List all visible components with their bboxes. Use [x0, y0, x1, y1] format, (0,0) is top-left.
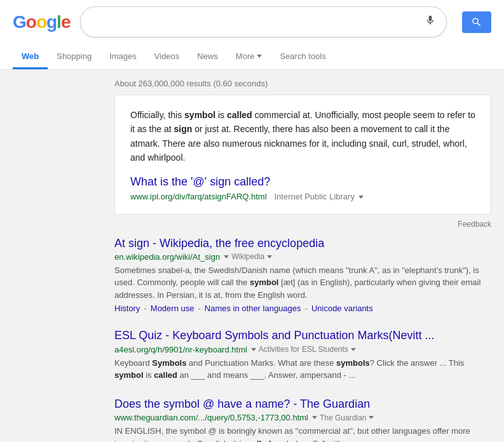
snippet-url: www.ipl.org/div/farq/atsignFARQ.html	[130, 192, 267, 201]
result-title-link[interactable]: At sign - Wikipedia, the free encycloped…	[114, 236, 491, 251]
search-input[interactable]: what is the ~ symbol called?	[88, 17, 422, 28]
tab-news[interactable]: News	[188, 45, 227, 69]
result-url: www.theguardian.com/.../query/0,5753,-17…	[114, 413, 308, 422]
snippet-title-link[interactable]: What is the '@' sign called?	[130, 175, 475, 189]
logo-letter-o2: o	[36, 12, 46, 32]
snippet-body: Officially, this symbol is called commer…	[130, 108, 475, 165]
results-area: About 263,000,000 results (0.60 seconds)…	[0, 70, 504, 442]
search-icon	[471, 17, 482, 28]
sitelink-unicode[interactable]: Unicode variants	[311, 304, 373, 313]
result-title-link[interactable]: ESL Quiz - Keyboard Symbols and Punctuat…	[114, 328, 491, 343]
header-top: Google what is the ~ symbol called?	[13, 6, 491, 37]
snippet-source-text: Internet Public Library	[274, 192, 354, 201]
result-url-line: en.wikipedia.org/wiki/At_sign Wikipedia	[114, 252, 491, 262]
nav-tabs: Web Shopping Images Videos News More Sea…	[13, 45, 491, 69]
sitelink-modern-use[interactable]: Modern use	[151, 304, 194, 313]
result-item: Does the symbol @ have a name? - The Gua…	[114, 397, 491, 442]
result-url: a4esl.org/q/h/9901/nr-keyboard.html	[114, 345, 247, 354]
chevron-down-icon[interactable]	[224, 255, 229, 258]
chevron-down-icon[interactable]	[312, 416, 317, 419]
header: Google what is the ~ symbol called? Web …	[0, 0, 504, 70]
result-item: At sign - Wikipedia, the free encycloped…	[114, 236, 491, 314]
tab-search-tools[interactable]: Search tools	[271, 45, 334, 69]
result-description: Keyboard Symbols and Punctuation Marks. …	[114, 357, 491, 382]
result-item: ESL Quiz - Keyboard Symbols and Punctuat…	[114, 328, 491, 381]
logo-letter-l: l	[57, 12, 61, 32]
result-description: Sometimes snabel-a, the Swedish/Danish n…	[114, 264, 491, 302]
tab-more[interactable]: More	[227, 45, 271, 69]
link-separator: -	[198, 304, 200, 313]
source-badge-label: Wikipedia	[231, 252, 264, 261]
source-badge-label: The Guardian	[320, 413, 366, 422]
snippet-url-line: www.ipl.org/div/farq/atsignFARQ.html Int…	[130, 191, 475, 201]
chevron-down-icon	[358, 196, 364, 199]
featured-snippet: Officially, this symbol is called commer…	[114, 95, 491, 215]
result-source-badge: Wikipedia	[231, 252, 272, 261]
result-url-line: a4esl.org/q/h/9901/nr-keyboard.html Acti…	[114, 345, 491, 354]
result-source-badge: The Guardian	[320, 413, 374, 422]
tab-images[interactable]: Images	[100, 45, 146, 69]
chevron-down-icon	[267, 255, 272, 258]
logo-letter-g: G	[13, 12, 26, 32]
chevron-down-icon	[351, 348, 356, 351]
tab-web[interactable]: Web	[13, 45, 48, 69]
search-bar: what is the ~ symbol called?	[80, 6, 447, 37]
feedback-link[interactable]: Feedback	[114, 220, 491, 229]
result-title-link[interactable]: Does the symbol @ have a name? - The Gua…	[114, 397, 491, 412]
results-count: About 263,000,000 results (0.60 seconds)	[13, 70, 491, 95]
chevron-down-icon	[369, 416, 374, 419]
logo-letter-o1: o	[26, 12, 36, 32]
chevron-down-icon[interactable]	[251, 348, 256, 351]
search-button[interactable]	[462, 11, 491, 33]
result-url: en.wikipedia.org/wiki/At_sign	[114, 252, 220, 262]
mic-icon	[425, 13, 436, 27]
snippet-source: Internet Public Library	[274, 192, 363, 201]
tab-videos[interactable]: Videos	[146, 45, 189, 69]
sitelink-history[interactable]: History	[114, 304, 140, 313]
source-badge-label: Activities for ESL Students	[259, 345, 348, 354]
sitelink-names[interactable]: Names in other languages	[205, 304, 301, 313]
link-separator: -	[144, 304, 146, 313]
mic-button[interactable]	[422, 11, 439, 33]
tab-more-label: More	[236, 51, 255, 61]
chevron-down-icon	[257, 55, 262, 58]
link-separator: -	[305, 304, 308, 313]
google-logo[interactable]: Google	[13, 12, 70, 32]
logo-letter-g2: g	[46, 12, 57, 32]
result-url-line: www.theguardian.com/.../query/0,5753,-17…	[114, 413, 491, 422]
logo-letter-e: e	[61, 12, 71, 32]
result-sitelinks: History - Modern use - Names in other la…	[114, 304, 491, 313]
result-source-badge: Activities for ESL Students	[259, 345, 356, 354]
result-description: IN ENGLISH, the symbol @ is boringly kno…	[114, 425, 491, 442]
tab-shopping[interactable]: Shopping	[48, 45, 100, 69]
